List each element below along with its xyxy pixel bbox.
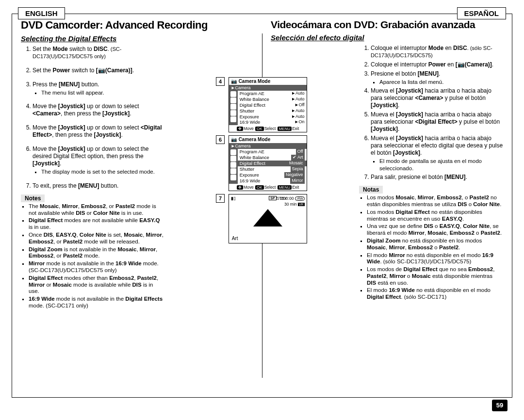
subtitle-es: Selección del efecto digital (271, 33, 503, 42)
notes-en: The Mosaic, Mirror, Emboss2, or Pastel2 … (21, 203, 165, 309)
page-number: 59 (492, 400, 508, 411)
figure-number-6: 6 (216, 135, 225, 144)
figure-6: 6 📷Camera Mode ►Camera Program AEOffWhit… (216, 135, 308, 194)
figures-column: 4 📷Camera Mode ►Camera Program AE►AutoWh… (216, 77, 308, 243)
subtitle-en: Selecting the Digital Effects (21, 34, 253, 43)
osd-screen-6: 📷Camera Mode ►Camera Program AEOffWhite … (229, 135, 307, 191)
steps-es: Coloque el interruptor Mode en DISC. (só… (359, 45, 503, 181)
preview-art-triangle (253, 209, 282, 226)
title-en: DVD Camcorder: Advanced Recording (21, 19, 253, 32)
camera-icon: 📷 (231, 79, 237, 84)
notes-heading-es: Notas (359, 186, 383, 194)
title-es: Videocámara con DVD: Grabación avanzada (271, 19, 503, 31)
manual-page: ENGLISH ESPAÑOL DVD Camcorder: Advanced … (12, 14, 512, 398)
battery-icon: ▮▯ (231, 196, 236, 201)
notes-es: Los modos Mosaic, Mirror, Emboss2, o Pas… (359, 194, 503, 301)
figure-number-7: 7 (216, 194, 225, 203)
steps-en: Set the Mode switch to DISC. (SC-DC173(U… (21, 46, 165, 190)
camera-icon: 📷 (231, 137, 237, 142)
figure-4: 4 📷Camera Mode ►Camera Program AE►AutoWh… (216, 77, 308, 135)
notes-heading-en: Notes (21, 194, 45, 202)
osd-screen-4: 📷Camera Mode ►Camera Program AE►AutoWhit… (229, 77, 307, 132)
figure-number-4: 4 (216, 77, 225, 86)
preview-screen: ▮▯ STBY SP 0:00:00 -RW 30 min VR Art (229, 194, 307, 243)
figure-7: 7 ▮▯ STBY SP 0:00:00 -RW 30 min VR Art (216, 194, 308, 243)
